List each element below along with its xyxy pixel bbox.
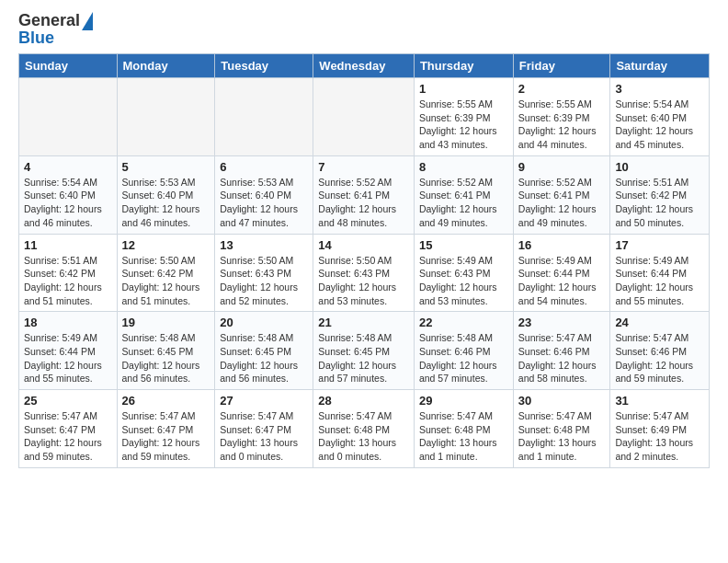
day-detail: Sunrise: 5:48 AM Sunset: 6:45 PM Dayligh…: [122, 331, 210, 385]
calendar-wrapper: SundayMondayTuesdayWednesdayThursdayFrid…: [0, 53, 728, 477]
day-cell: [19, 78, 118, 156]
day-detail: Sunrise: 5:47 AM Sunset: 6:46 PM Dayligh…: [615, 331, 704, 385]
day-number: 12: [122, 238, 210, 252]
logo-triangle-icon: [82, 12, 93, 30]
day-number: 17: [615, 238, 704, 252]
day-number: 13: [220, 238, 308, 252]
day-number: 19: [122, 316, 210, 329]
day-cell: 7Sunrise: 5:52 AM Sunset: 6:41 PM Daylig…: [313, 155, 415, 234]
day-number: 6: [220, 160, 308, 174]
day-header-monday: Monday: [117, 54, 215, 78]
day-detail: Sunrise: 5:52 AM Sunset: 6:41 PM Dayligh…: [419, 176, 508, 230]
day-number: 8: [419, 160, 508, 174]
day-cell: 13Sunrise: 5:50 AM Sunset: 6:43 PM Dayli…: [215, 234, 313, 312]
day-cell: 29Sunrise: 5:47 AM Sunset: 6:48 PM Dayli…: [414, 390, 513, 468]
day-detail: Sunrise: 5:50 AM Sunset: 6:43 PM Dayligh…: [318, 254, 409, 308]
day-cell: 15Sunrise: 5:49 AM Sunset: 6:43 PM Dayli…: [414, 234, 513, 312]
day-detail: Sunrise: 5:51 AM Sunset: 6:42 PM Dayligh…: [615, 176, 704, 230]
day-number: 16: [518, 238, 606, 252]
day-cell: 26Sunrise: 5:47 AM Sunset: 6:47 PM Dayli…: [117, 390, 215, 468]
day-detail: Sunrise: 5:55 AM Sunset: 6:39 PM Dayligh…: [518, 98, 606, 152]
day-number: 25: [24, 394, 112, 408]
week-row-2: 11Sunrise: 5:51 AM Sunset: 6:42 PM Dayli…: [19, 234, 710, 312]
calendar-body: 1Sunrise: 5:55 AM Sunset: 6:39 PM Daylig…: [19, 78, 710, 468]
day-number: 26: [122, 394, 210, 408]
day-cell: 8Sunrise: 5:52 AM Sunset: 6:41 PM Daylig…: [414, 155, 513, 234]
day-detail: Sunrise: 5:48 AM Sunset: 6:45 PM Dayligh…: [318, 331, 409, 385]
day-detail: Sunrise: 5:47 AM Sunset: 6:47 PM Dayligh…: [220, 409, 308, 464]
day-detail: Sunrise: 5:49 AM Sunset: 6:44 PM Dayligh…: [24, 331, 112, 385]
day-cell: 28Sunrise: 5:47 AM Sunset: 6:48 PM Dayli…: [313, 390, 415, 468]
day-number: 15: [419, 238, 508, 252]
day-cell: 25Sunrise: 5:47 AM Sunset: 6:47 PM Dayli…: [19, 390, 118, 468]
day-number: 22: [419, 316, 508, 329]
header: General Blue: [0, 0, 728, 53]
day-number: 18: [24, 316, 112, 329]
day-header-friday: Friday: [513, 54, 610, 78]
day-detail: Sunrise: 5:54 AM Sunset: 6:40 PM Dayligh…: [615, 98, 704, 152]
day-number: 29: [419, 394, 508, 408]
day-cell: 2Sunrise: 5:55 AM Sunset: 6:39 PM Daylig…: [513, 78, 610, 156]
day-detail: Sunrise: 5:50 AM Sunset: 6:42 PM Dayligh…: [122, 254, 210, 308]
day-cell: 14Sunrise: 5:50 AM Sunset: 6:43 PM Dayli…: [313, 234, 415, 312]
day-detail: Sunrise: 5:47 AM Sunset: 6:48 PM Dayligh…: [518, 409, 606, 464]
day-number: 5: [122, 160, 210, 174]
day-cell: 16Sunrise: 5:49 AM Sunset: 6:44 PM Dayli…: [513, 234, 610, 312]
day-cell: 11Sunrise: 5:51 AM Sunset: 6:42 PM Dayli…: [19, 234, 118, 312]
day-cell: 6Sunrise: 5:53 AM Sunset: 6:40 PM Daylig…: [215, 155, 313, 234]
day-cell: 1Sunrise: 5:55 AM Sunset: 6:39 PM Daylig…: [414, 78, 513, 156]
day-number: 20: [220, 316, 308, 329]
day-number: 10: [615, 160, 704, 174]
week-row-4: 25Sunrise: 5:47 AM Sunset: 6:47 PM Dayli…: [19, 390, 710, 468]
day-detail: Sunrise: 5:47 AM Sunset: 6:47 PM Dayligh…: [122, 409, 210, 464]
day-detail: Sunrise: 5:49 AM Sunset: 6:44 PM Dayligh…: [518, 254, 606, 308]
week-row-3: 18Sunrise: 5:49 AM Sunset: 6:44 PM Dayli…: [19, 312, 710, 390]
day-detail: Sunrise: 5:48 AM Sunset: 6:45 PM Dayligh…: [220, 331, 308, 385]
day-cell: 23Sunrise: 5:47 AM Sunset: 6:46 PM Dayli…: [513, 312, 610, 390]
day-cell: 17Sunrise: 5:49 AM Sunset: 6:44 PM Dayli…: [610, 234, 710, 312]
day-number: 7: [318, 160, 409, 174]
day-detail: Sunrise: 5:51 AM Sunset: 6:42 PM Dayligh…: [24, 254, 112, 308]
day-detail: Sunrise: 5:47 AM Sunset: 6:48 PM Dayligh…: [318, 409, 409, 464]
day-detail: Sunrise: 5:47 AM Sunset: 6:48 PM Dayligh…: [419, 409, 508, 464]
day-cell: 27Sunrise: 5:47 AM Sunset: 6:47 PM Dayli…: [215, 390, 313, 468]
day-cell: [313, 78, 415, 156]
day-number: 28: [318, 394, 409, 408]
day-cell: [215, 78, 313, 156]
day-cell: 20Sunrise: 5:48 AM Sunset: 6:45 PM Dayli…: [215, 312, 313, 390]
day-cell: 22Sunrise: 5:48 AM Sunset: 6:46 PM Dayli…: [414, 312, 513, 390]
day-number: 11: [24, 238, 112, 252]
day-cell: 9Sunrise: 5:52 AM Sunset: 6:41 PM Daylig…: [513, 155, 610, 234]
day-detail: Sunrise: 5:49 AM Sunset: 6:43 PM Dayligh…: [419, 254, 508, 308]
day-header-wednesday: Wednesday: [313, 54, 415, 78]
day-number: 14: [318, 238, 409, 252]
day-number: 3: [615, 82, 704, 96]
day-detail: Sunrise: 5:47 AM Sunset: 6:49 PM Dayligh…: [615, 409, 704, 464]
day-cell: 4Sunrise: 5:54 AM Sunset: 6:40 PM Daylig…: [19, 155, 118, 234]
day-number: 31: [615, 394, 704, 408]
day-cell: 30Sunrise: 5:47 AM Sunset: 6:48 PM Dayli…: [513, 390, 610, 468]
week-row-0: 1Sunrise: 5:55 AM Sunset: 6:39 PM Daylig…: [19, 78, 710, 156]
day-number: 23: [518, 316, 606, 329]
day-cell: 31Sunrise: 5:47 AM Sunset: 6:49 PM Dayli…: [610, 390, 710, 468]
day-header-sunday: Sunday: [19, 54, 118, 78]
logo-general-text: General: [18, 11, 80, 30]
day-cell: 3Sunrise: 5:54 AM Sunset: 6:40 PM Daylig…: [610, 78, 710, 156]
day-detail: Sunrise: 5:47 AM Sunset: 6:47 PM Dayligh…: [24, 409, 112, 464]
day-detail: Sunrise: 5:50 AM Sunset: 6:43 PM Dayligh…: [220, 254, 308, 308]
day-cell: 18Sunrise: 5:49 AM Sunset: 6:44 PM Dayli…: [19, 312, 118, 390]
logo-blue-text: Blue: [18, 29, 54, 48]
day-cell: 12Sunrise: 5:50 AM Sunset: 6:42 PM Dayli…: [117, 234, 215, 312]
day-number: 30: [518, 394, 606, 408]
day-number: 4: [24, 160, 112, 174]
day-number: 9: [518, 160, 606, 174]
day-detail: Sunrise: 5:47 AM Sunset: 6:46 PM Dayligh…: [518, 331, 606, 385]
day-detail: Sunrise: 5:54 AM Sunset: 6:40 PM Dayligh…: [24, 176, 112, 230]
week-row-1: 4Sunrise: 5:54 AM Sunset: 6:40 PM Daylig…: [19, 155, 710, 234]
day-header-saturday: Saturday: [610, 54, 710, 78]
days-header-row: SundayMondayTuesdayWednesdayThursdayFrid…: [19, 54, 710, 78]
day-cell: 21Sunrise: 5:48 AM Sunset: 6:45 PM Dayli…: [313, 312, 415, 390]
day-detail: Sunrise: 5:52 AM Sunset: 6:41 PM Dayligh…: [518, 176, 606, 230]
day-number: 1: [419, 82, 508, 96]
day-number: 27: [220, 394, 308, 408]
